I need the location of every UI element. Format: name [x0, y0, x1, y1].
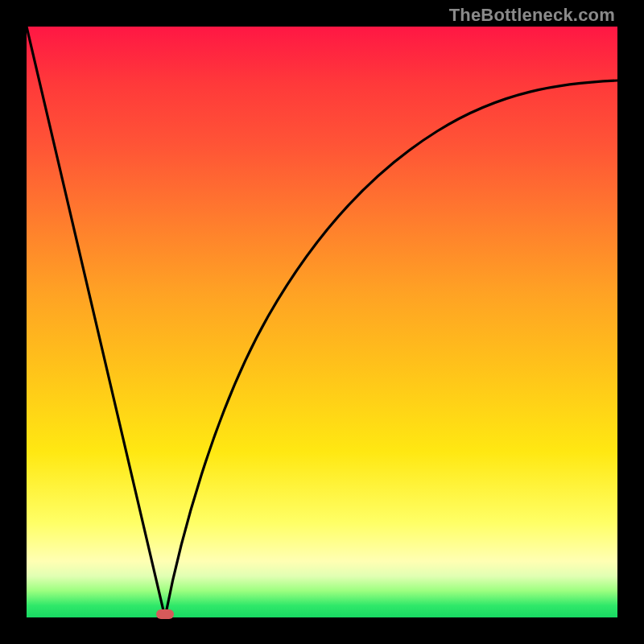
optimum-marker	[156, 609, 174, 619]
chart-frame: TheBottleneck.com	[0, 0, 644, 644]
watermark-text: TheBottleneck.com	[449, 5, 615, 26]
curve-path	[27, 27, 617, 617]
bottleneck-curve	[27, 27, 617, 617]
